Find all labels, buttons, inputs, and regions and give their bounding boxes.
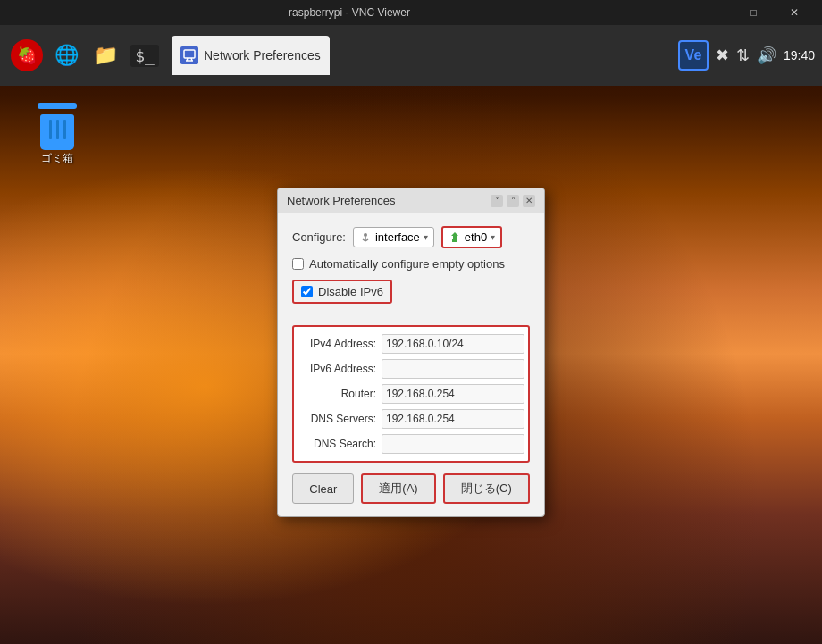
router-row: Router: [301, 384, 521, 404]
dialog-title: Network Preferences [287, 194, 395, 207]
dialog-body: Configure: interface ▾ [278, 213, 544, 516]
taskbar-right: Ve ✖ ⇅ 🔊 19:40 [678, 40, 815, 71]
configure-label: Configure: [292, 230, 346, 244]
clear-button[interactable]: Clear [292, 473, 354, 504]
desktop: 🍓 🌐 📁 $_ Network Preferenc [0, 0, 822, 644]
interface-dropdown-arrow: ▾ [424, 232, 428, 242]
network-fields-box: IPv4 Address: IPv6 Address: Router: DNS … [292, 325, 530, 463]
dialog-buttons: Clear 適用(A) 閉じる(C) [292, 473, 530, 504]
ipv4-label: IPv4 Address: [301, 338, 382, 350]
taskbar: 🍓 🌐 📁 $_ Network Preferenc [0, 25, 822, 86]
auto-configure-checkbox[interactable] [292, 258, 304, 270]
router-label: Router: [301, 388, 382, 400]
browser-icon[interactable]: 🌐 [48, 38, 84, 73]
dialog-close-button[interactable]: ✕ [523, 195, 535, 207]
eth0-dropdown-arrow: ▾ [491, 232, 495, 242]
router-input[interactable] [382, 384, 524, 404]
interface-icon [359, 231, 372, 244]
eth0-dropdown[interactable]: eth0 ▾ [441, 226, 502, 248]
dns-search-row: DNS Search: [301, 434, 521, 454]
disable-ipv6-row: Disable IPv6 [292, 280, 392, 304]
dialog-title-controls: ˅ ˄ ✕ [491, 195, 535, 207]
eth0-label: eth0 [465, 230, 487, 244]
svg-rect-9 [452, 239, 457, 242]
clock: 19:40 [784, 48, 815, 63]
network-signal-icon: ⇅ [736, 46, 750, 65]
dialog-up-button[interactable]: ˄ [507, 195, 519, 207]
close-dialog-button[interactable]: 閉じる(C) [443, 473, 530, 504]
dns-search-input[interactable] [382, 434, 524, 454]
interface-dropdown[interactable]: interface ▾ [353, 227, 434, 247]
ipv6-row: IPv6 Address: [301, 359, 521, 379]
minimize-button[interactable]: — [692, 0, 733, 25]
auto-configure-row: Automatically configure empty options [292, 257, 530, 271]
disable-ipv6-container: Disable IPv6 [292, 280, 530, 314]
apply-button[interactable]: 適用(A) [361, 473, 435, 504]
dns-servers-label: DNS Servers: [301, 413, 382, 425]
trash-visual [36, 101, 79, 147]
eth0-icon [449, 231, 461, 244]
terminal-icon[interactable]: $_ [127, 38, 163, 73]
network-prefs-tab[interactable]: Network Preferences [172, 36, 330, 75]
dns-servers-input[interactable] [382, 409, 524, 429]
network-preferences-dialog: Network Preferences ˅ ˄ ✕ Configure: [277, 188, 545, 517]
bluetooth-icon[interactable]: ✖ [716, 46, 729, 65]
disable-ipv6-checkbox[interactable] [301, 286, 313, 297]
auto-configure-label: Automatically configure empty options [309, 257, 505, 271]
window-titlebar: raspberrypi - VNC Viewer — □ ✕ [0, 0, 822, 25]
dns-search-label: DNS Search: [301, 438, 382, 450]
ve-icon[interactable]: Ve [678, 40, 709, 71]
network-prefs-tab-label: Network Preferences [204, 48, 321, 63]
network-prefs-tab-icon [180, 46, 198, 64]
window-close-button[interactable]: ✕ [774, 0, 815, 25]
raspberry-pi-icon[interactable]: 🍓 [9, 38, 45, 73]
disable-ipv6-label: Disable IPv6 [318, 285, 383, 298]
interface-label: interface [375, 230, 420, 244]
raspberry-logo: 🍓 [11, 39, 43, 71]
dialog-down-button[interactable]: ˅ [491, 195, 503, 207]
ipv6-label: IPv6 Address: [301, 363, 382, 375]
ipv6-input[interactable] [382, 359, 524, 379]
dialog-titlebar: Network Preferences ˅ ˄ ✕ [278, 188, 544, 213]
ipv4-row: IPv4 Address: [301, 334, 521, 354]
volume-icon[interactable]: 🔊 [757, 46, 776, 65]
window-title: raspberrypi - VNC Viewer [7, 6, 692, 19]
ipv4-input[interactable] [382, 334, 524, 354]
svg-point-4 [364, 233, 367, 237]
svg-rect-0 [184, 50, 195, 58]
maximize-button[interactable]: □ [733, 0, 774, 25]
configure-row: Configure: interface ▾ [292, 226, 530, 248]
files-icon[interactable]: 📁 [88, 38, 123, 73]
svg-marker-8 [451, 232, 458, 239]
dns-servers-row: DNS Servers: [301, 409, 521, 429]
trash-icon-desktop[interactable]: ゴミ箱 [29, 101, 86, 166]
trash-label: ゴミ箱 [41, 151, 73, 166]
